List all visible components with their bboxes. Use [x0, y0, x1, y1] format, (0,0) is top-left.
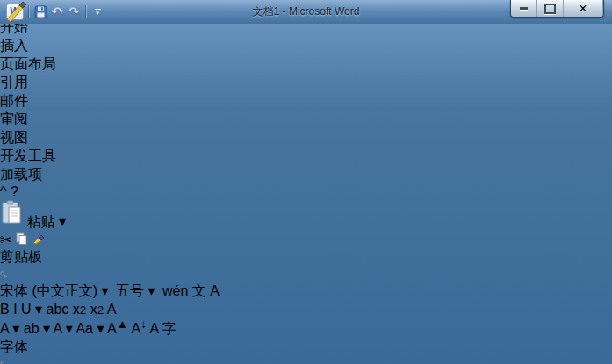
clipboard-group-label: 剪贴板 [0, 248, 612, 267]
paste-label: 粘贴 [26, 214, 54, 229]
font-name-value: 宋体 (中文正文) [0, 283, 97, 298]
grow-font-icon: A▲ [107, 321, 128, 336]
scissors-icon: ✂ [0, 232, 11, 247]
tab-addins[interactable]: 加载项 [0, 166, 612, 184]
character-border-button[interactable]: A [210, 283, 220, 298]
group-clipboard: 粘贴 ▾ ✂ [0, 200, 612, 282]
copy-button[interactable] [16, 232, 32, 247]
tab-developer[interactable]: 开发工具 [0, 147, 612, 166]
minimize-ribbon-button[interactable]: ^ [0, 184, 7, 199]
close-icon: × [579, 1, 587, 17]
grow-font-button[interactable]: A▲ [107, 321, 128, 336]
font-size-dropdown[interactable]: ▾ [148, 283, 155, 298]
copy-icon [16, 232, 28, 245]
font-group-label: 字体 [0, 339, 612, 357]
font-color-icon: A [54, 321, 66, 336]
phonetic-guide-button[interactable]: wén 文 [162, 283, 210, 298]
subscript-button[interactable]: x2 [73, 302, 86, 317]
shrink-font-icon: A↓ [131, 321, 146, 336]
phonetic-guide-icon: wén 文 [162, 283, 210, 298]
character-shading-button[interactable]: A [149, 321, 158, 336]
maximize-button[interactable] [537, 0, 564, 17]
character-border-icon: A [210, 283, 220, 298]
paste-dropdown-caret[interactable]: ▾ [59, 214, 66, 229]
highlight-caret[interactable]: ▾ [43, 321, 50, 336]
highlight-icon: ab [24, 321, 43, 336]
titlebar[interactable]: W ↶ ▾ ↷ ▾ 文档1 - Mi [0, 0, 612, 24]
bold-button[interactable]: B [0, 302, 10, 317]
tab-view[interactable]: 视图 [0, 129, 612, 147]
character-shading-icon: A [149, 321, 158, 336]
font-color-caret[interactable]: ▾ [66, 321, 73, 336]
tab-references[interactable]: 引用 [0, 74, 612, 92]
superscript-button[interactable]: x2 [90, 302, 104, 317]
tab-page-layout[interactable]: 页面布局 [0, 55, 612, 74]
paste-button[interactable]: 粘贴 ▾ [0, 200, 612, 232]
maximize-icon [544, 4, 556, 14]
font-size-value: 五号 [116, 283, 144, 298]
help-button[interactable]: ? [11, 184, 18, 199]
format-painter-button[interactable] [32, 232, 45, 247]
format-painter-icon [32, 232, 45, 245]
clear-formatting-icon: A [107, 302, 117, 317]
italic-button[interactable]: I [13, 302, 17, 317]
clear-formatting-button[interactable]: A [107, 302, 117, 317]
underline-dropdown-caret[interactable]: ▾ [35, 302, 42, 317]
change-case-caret[interactable]: ▾ [97, 321, 104, 336]
window-controls: × [510, 0, 604, 18]
word-window: W ↶ ▾ ↷ ▾ 文档1 - Mi [0, 0, 612, 364]
underline-button[interactable]: U ▾ [21, 302, 47, 317]
text-effects-icon: A [0, 321, 9, 336]
minimize-icon [520, 7, 528, 11]
clipboard-dialog-launcher[interactable] [0, 267, 8, 282]
change-case-icon: Aa [76, 321, 93, 336]
change-case-button[interactable]: Aa ▾ [76, 321, 107, 336]
font-dialog-launcher[interactable] [0, 357, 8, 364]
strikethrough-button[interactable]: abc [47, 302, 69, 317]
enclose-characters-button[interactable]: 字 [162, 321, 176, 336]
shrink-font-button[interactable]: A↓ [131, 321, 146, 336]
cut-button[interactable]: ✂ [0, 232, 11, 247]
tab-review[interactable]: 审阅 [0, 111, 612, 129]
minimize-button[interactable] [511, 0, 537, 17]
text-effects-button[interactable]: A ▾ [0, 321, 24, 336]
font-name-combo[interactable]: 宋体 (中文正文) ▾ [0, 283, 112, 298]
ribbon: 粘贴 ▾ ✂ [0, 200, 612, 364]
font-size-combo[interactable]: 五号 ▾ [116, 283, 159, 298]
ribbon-tab-row: 文件 开始 插入 页面布局 引用 邮件 审阅 视图 开发工具 加载项 ^ ? [0, 0, 612, 200]
close-button[interactable]: × [564, 0, 603, 17]
tab-insert[interactable]: 插入 [0, 37, 612, 55]
clipboard-icon [0, 200, 23, 226]
font-color-button[interactable]: A ▾ [54, 321, 76, 336]
text-effects-caret[interactable]: ▾ [12, 321, 19, 336]
text-highlight-button[interactable]: ab ▾ [24, 321, 54, 336]
enclose-characters-icon: 字 [162, 321, 176, 336]
group-font: 宋体 (中文正文) ▾ 五号 ▾ wén 文 A [0, 282, 612, 364]
tab-mailings[interactable]: 邮件 [0, 92, 612, 111]
font-name-dropdown[interactable]: ▾ [102, 283, 109, 298]
